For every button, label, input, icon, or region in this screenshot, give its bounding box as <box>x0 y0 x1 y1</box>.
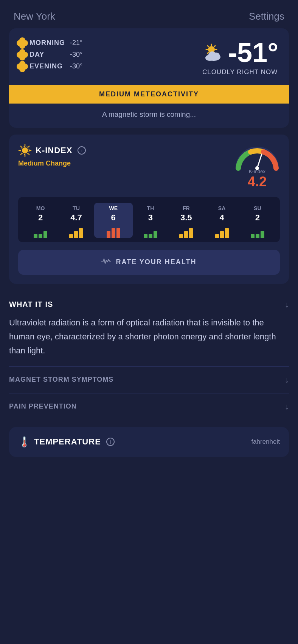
bar-segment <box>43 231 47 238</box>
day-label-th: TH <box>147 205 154 211</box>
kindex-info-icon[interactable]: i <box>78 146 86 155</box>
bar-segment <box>149 234 152 238</box>
temperature-unit: fahrenheit <box>251 438 280 446</box>
svg-line-20 <box>28 154 29 155</box>
svg-point-12 <box>212 53 220 59</box>
evening-temp: -30° <box>70 62 82 70</box>
bar-segment <box>215 234 219 238</box>
rate-health-text: RATE YOUR HEALTH <box>116 258 196 266</box>
evening-row: EVENING -30° <box>20 62 82 70</box>
what-it-is-header[interactable]: WHAT IT IS ↓ <box>9 300 289 310</box>
day-col-we: WE6 <box>94 203 133 238</box>
bar-segment <box>39 234 42 238</box>
kindex-header: K-INDEX i Medium Change K-index 4.2 <box>18 144 280 189</box>
weather-condition: CLOUDLY RIGHT NOW <box>202 68 278 76</box>
day-label-fr: FR <box>183 205 190 211</box>
day-temp: -30° <box>70 51 82 59</box>
morning-temp: -21° <box>70 39 82 47</box>
day-col-th: TH3 <box>133 205 168 238</box>
bar-segment <box>184 231 188 238</box>
day-icon <box>20 52 25 57</box>
day-col-tu: TU4.7 <box>58 205 94 238</box>
magnet-storm-title: MAGNET STORM SYMPTOMS <box>9 376 113 384</box>
pain-prevention-chevron: ↓ <box>285 402 289 412</box>
day-row: DAY -30° <box>20 51 82 59</box>
svg-line-23 <box>257 154 262 168</box>
day-bars-container: MO2TU4.7WE6TH3FR3.5SA4SU2 <box>18 197 280 242</box>
day-bars-su <box>251 226 264 238</box>
bar-segment <box>154 231 157 238</box>
day-col-sa: SA4 <box>204 205 239 238</box>
what-it-is-body: Ultraviolet radiation is a form of optic… <box>9 316 289 358</box>
morning-label: MORNING <box>29 39 65 47</box>
weather-current: -51° CLOUDLY RIGHT NOW <box>202 39 278 76</box>
svg-line-7 <box>214 46 215 47</box>
magnet-storm-chevron: ↓ <box>285 375 289 385</box>
pain-prevention-header[interactable]: PAIN PREVENTION ↓ <box>9 402 289 412</box>
temperature-info-icon[interactable]: i <box>106 438 115 446</box>
day-value-su: 2 <box>255 213 260 223</box>
evening-label: EVENING <box>29 62 65 70</box>
day-col-su: SU2 <box>240 205 275 238</box>
current-weather-row: -51° <box>202 39 278 66</box>
day-bars-grid: MO2TU4.7WE6TH3FR3.5SA4SU2 <box>23 203 275 238</box>
rate-health-button[interactable]: RATE YOUR HEALTH <box>18 250 280 275</box>
svg-point-13 <box>22 147 28 153</box>
what-it-is-chevron: ↓ <box>285 300 289 310</box>
bar-segment <box>144 234 147 238</box>
weather-card-body: MORNING -21° DAY -30° EVENING -30° <box>20 39 278 76</box>
day-col-fr: FR3.5 <box>168 205 204 238</box>
svg-line-19 <box>21 146 22 147</box>
day-value-sa: 4 <box>219 213 224 223</box>
day-value-mo: 2 <box>38 213 43 223</box>
kindex-title-block: K-INDEX i Medium Change <box>18 144 86 167</box>
current-temp: -51° <box>228 39 278 66</box>
day-label: DAY <box>29 51 65 59</box>
bar-segment <box>74 231 78 238</box>
kindex-title-row: K-INDEX i <box>18 144 86 157</box>
thermometer-icon: 🌡️ <box>18 436 30 448</box>
day-bars-mo <box>34 226 47 238</box>
bar-segment <box>261 231 264 238</box>
bar-segment <box>220 231 224 238</box>
day-value-th: 3 <box>148 213 153 223</box>
day-bars-tu <box>69 226 83 238</box>
rate-health-icon <box>101 257 111 267</box>
bar-segment <box>225 228 229 238</box>
bar-segment <box>251 234 255 238</box>
kindex-subtitle: Medium Change <box>18 159 86 167</box>
pain-prevention-section: PAIN PREVENTION ↓ <box>9 393 289 420</box>
day-bars-th <box>144 226 157 238</box>
bar-segment <box>256 234 259 238</box>
kindex-gauge-value: K-index 4.2 <box>234 144 280 189</box>
bar-segment <box>112 228 115 238</box>
day-bars-fr <box>179 226 193 238</box>
pulse-icon <box>101 257 111 265</box>
day-value-fr: 3.5 <box>180 213 192 223</box>
day-label-sa: SA <box>218 205 225 211</box>
kindex-value-label-text: K-index <box>249 169 265 174</box>
kindex-value-number: 4.2 <box>248 174 267 189</box>
day-label-we: WE <box>109 205 118 211</box>
what-it-is-title: WHAT IT IS <box>9 300 53 309</box>
temperature-card: 🌡️ TEMPERATURE i fahrenheit <box>9 427 289 457</box>
bar-segment <box>116 228 120 238</box>
bar-segment <box>34 234 37 238</box>
settings-button[interactable]: Settings <box>249 11 284 22</box>
day-label-mo: MO <box>36 205 45 211</box>
day-label-tu: TU <box>73 205 80 211</box>
info-sections: WHAT IT IS ↓ Ultraviolet radiation is a … <box>0 291 298 420</box>
temperature-title: TEMPERATURE <box>34 437 101 447</box>
kindex-gauge-svg <box>234 144 280 170</box>
meteoactivity-banner: MEDIUM METEOACTIVITY <box>9 85 289 104</box>
svg-line-5 <box>208 46 209 47</box>
day-value-tu: 4.7 <box>70 213 82 223</box>
top-bar: New York Settings <box>0 0 298 28</box>
morning-icon <box>20 40 25 46</box>
pain-prevention-title: PAIN PREVENTION <box>9 402 77 410</box>
magnet-storm-header[interactable]: MAGNET STORM SYMPTOMS ↓ <box>9 375 289 385</box>
magnet-storm-section: MAGNET STORM SYMPTOMS ↓ <box>9 367 289 393</box>
city-label: New York <box>14 11 55 22</box>
kindex-sun-icon <box>18 144 32 157</box>
storm-text: A magnetic storm is coming... <box>20 104 278 128</box>
